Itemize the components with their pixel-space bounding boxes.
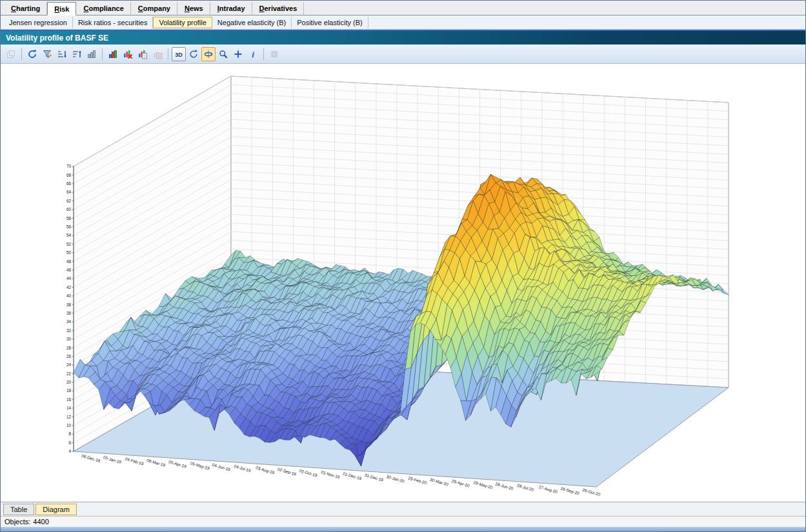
tab-derivatives[interactable]: Derivatives: [252, 2, 305, 15]
rotate-button[interactable]: [186, 47, 201, 61]
svg-text:02-Sep-19: 02-Sep-19: [277, 467, 297, 477]
svg-text:05-May-19: 05-May-19: [190, 461, 210, 471]
subtab-risk-ratios-securities[interactable]: Risk ratios - securities: [73, 17, 154, 28]
tab-compliance[interactable]: Compliance: [76, 2, 130, 15]
chart-toolbar: 3Di: [1, 44, 805, 64]
svg-text:50: 50: [66, 250, 72, 255]
svg-text:62: 62: [66, 199, 72, 203]
svg-text:66: 66: [66, 181, 72, 186]
sort-descending-button[interactable]: [70, 47, 84, 61]
application-window: ChartingRiskComplianceCompanyNewsIntrada…: [0, 0, 806, 532]
svg-text:02-Oct-19: 02-Oct-19: [299, 468, 318, 478]
sort-descending-icon: [72, 49, 82, 59]
svg-text:16: 16: [66, 397, 72, 402]
rotate-axis-button[interactable]: [201, 47, 216, 61]
zoom-button[interactable]: [216, 47, 230, 61]
filter-icon: [42, 49, 52, 59]
copy-icon: [6, 49, 16, 59]
statistics-button[interactable]: [85, 47, 99, 61]
zoom-icon: [218, 49, 228, 59]
svg-text:04-Jul-19: 04-Jul-19: [234, 464, 252, 473]
toolbar-separator: [263, 48, 264, 60]
svg-text:01-Nov-19: 01-Nov-19: [321, 469, 341, 479]
chart-type-button[interactable]: [106, 47, 120, 61]
toolbar-separator: [102, 48, 103, 60]
svg-text:28-Jun-20: 28-Jun-20: [495, 482, 514, 491]
svg-text:46: 46: [66, 268, 72, 272]
svg-text:38: 38: [66, 302, 72, 307]
svg-text:05-Apr-19: 05-Apr-19: [168, 459, 187, 469]
panel-title: Volatility profile of BASF SE: [6, 34, 108, 43]
volatility-surface-chart[interactable]: 4681012141618202224262830323436384042444…: [1, 64, 805, 502]
plus-icon: [233, 49, 243, 59]
svg-text:64: 64: [66, 190, 72, 194]
svg-text:40: 40: [66, 293, 72, 298]
svg-text:27-Aug-20: 27-Aug-20: [538, 484, 558, 495]
main-tab-bar: ChartingRiskComplianceCompanyNewsIntrada…: [1, 1, 805, 15]
svg-text:03-Aug-19: 03-Aug-19: [255, 465, 275, 475]
view-tab-table[interactable]: Table: [3, 504, 34, 515]
svg-text:44: 44: [66, 276, 72, 281]
svg-text:58: 58: [66, 216, 72, 221]
copy-diagram-button: [4, 47, 18, 61]
tab-charting[interactable]: Charting: [4, 2, 47, 15]
subtab-jensen-regression[interactable]: Jensen regression: [4, 17, 73, 28]
svg-text:56: 56: [66, 224, 72, 229]
toolbar-separator: [21, 48, 22, 60]
svg-text:3D: 3D: [175, 51, 183, 57]
svg-text:42: 42: [66, 285, 72, 290]
tab-intraday[interactable]: Intraday: [210, 2, 252, 15]
stop-icon: [269, 49, 279, 59]
svg-text:26-Oct-20: 26-Oct-20: [582, 488, 601, 497]
rotate-icon: [188, 49, 199, 59]
status-objects-label: Objects:: [5, 518, 30, 526]
info-button[interactable]: i: [246, 47, 260, 61]
svg-text:10: 10: [66, 423, 72, 428]
status-objects-value: 4400: [33, 518, 48, 526]
view-3d-button[interactable]: 3D: [172, 47, 186, 61]
chart-report-button[interactable]: [136, 47, 150, 61]
svg-text:24: 24: [66, 362, 72, 367]
subtab-positive-elasticity-b[interactable]: Positive elasticity (B): [292, 17, 368, 28]
svg-text:34: 34: [66, 319, 72, 324]
svg-text:20: 20: [66, 380, 72, 384]
svg-text:26: 26: [66, 354, 72, 359]
sort-ascending-icon: [57, 49, 67, 59]
chart-delete-icon: [123, 49, 133, 59]
chart-area: 4681012141618202224262830323436384042444…: [1, 64, 805, 502]
svg-text:06-Mar-19: 06-Mar-19: [146, 458, 166, 468]
svg-text:18: 18: [66, 388, 72, 393]
chart-table-icon: [152, 49, 163, 59]
svg-text:30: 30: [66, 337, 72, 341]
tab-company[interactable]: Company: [131, 2, 177, 15]
svg-text:54: 54: [66, 233, 72, 237]
status-bar: Objects: 4400: [1, 516, 805, 527]
3d-icon: 3D: [174, 49, 184, 59]
svg-text:06-Dec-18: 06-Dec-18: [81, 453, 101, 463]
refresh-button[interactable]: [25, 47, 39, 61]
stop-button: [267, 47, 281, 61]
svg-text:68: 68: [66, 173, 72, 177]
subtab-negative-elasticity-b[interactable]: Negative elasticity (B): [212, 17, 292, 28]
view-tab-diagram[interactable]: Diagram: [35, 504, 77, 515]
add-button[interactable]: [231, 47, 245, 61]
svg-text:29-Feb-20: 29-Feb-20: [408, 475, 428, 485]
chart-report-icon: [137, 49, 148, 59]
info-icon: i: [248, 49, 258, 59]
subtab-volatility-profile[interactable]: Volatility profile: [153, 17, 212, 28]
svg-text:30-Mar-20: 30-Mar-20: [430, 477, 450, 487]
refresh-icon: [27, 49, 37, 59]
sort-ascending-button[interactable]: [55, 47, 69, 61]
svg-text:04-Jun-19: 04-Jun-19: [212, 462, 231, 472]
svg-text:22: 22: [66, 371, 72, 376]
rotate-axis-icon: [203, 49, 214, 59]
view-tab-bar: TableDiagram: [1, 502, 805, 516]
svg-text:48: 48: [66, 259, 72, 264]
filter-button[interactable]: [40, 47, 54, 61]
chart-type-icon: [108, 49, 118, 59]
svg-text:14: 14: [66, 406, 72, 410]
tab-news[interactable]: News: [177, 2, 210, 15]
remove-chart-button[interactable]: [121, 47, 135, 61]
tab-risk[interactable]: Risk: [47, 2, 76, 15]
svg-text:70: 70: [66, 164, 72, 168]
